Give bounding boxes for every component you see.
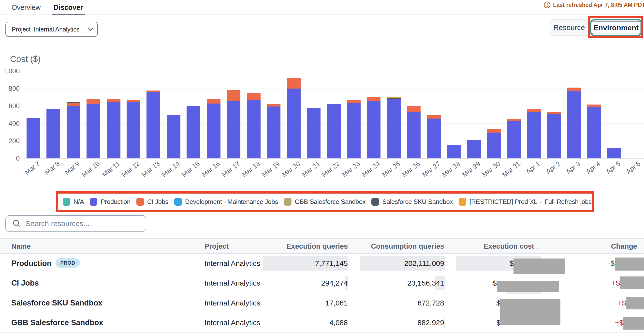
bar-segment-production[interactable] (467, 140, 481, 158)
bar-segment-production[interactable] (507, 121, 521, 158)
bar-segment-production[interactable] (126, 102, 140, 158)
refresh-status: Last refreshed Apr 7, 8:05 AM PDT (544, 1, 644, 9)
bar-segment-production[interactable] (107, 102, 120, 158)
bar-segment-ci-jobs[interactable] (567, 88, 581, 91)
bar-segment-production[interactable] (567, 91, 581, 158)
resource-name-label: Production (11, 259, 52, 268)
bar-segment-ci-jobs[interactable] (367, 97, 380, 101)
bar-segment-production[interactable] (427, 119, 441, 158)
bar-segment-production[interactable] (527, 112, 541, 158)
x-axis-tick-label: Mar 9 (63, 160, 81, 176)
bar-segment-ci-jobs[interactable] (126, 100, 140, 102)
bar-segment-production[interactable] (347, 103, 360, 158)
column-header-project[interactable]: Project (204, 239, 228, 254)
bar-segment-ci-jobs[interactable] (527, 109, 541, 112)
legend-item[interactable]: Salesforce SKU Sandbox (372, 198, 453, 206)
resource-name[interactable]: Salesforce SKU Sandbox (11, 298, 102, 308)
tabbar-border (0, 15, 644, 15)
bar-segment-production[interactable] (207, 104, 220, 158)
bar-segment-ci-jobs[interactable] (247, 93, 260, 100)
bar-segment-production[interactable] (86, 104, 100, 158)
legend-swatch (284, 198, 292, 206)
bar-segment-ci-jobs[interactable] (86, 99, 100, 104)
bar-segment-ci-jobs[interactable] (547, 112, 561, 114)
bar-segment-production[interactable] (607, 148, 621, 158)
project-filter-dropdown[interactable]: Project Internal Analytics (6, 22, 98, 37)
chevron-down-icon (88, 28, 94, 31)
bar-segment-ci-jobs[interactable] (287, 78, 300, 89)
bar-segment-gbb-salesforce-sandbox[interactable] (487, 129, 501, 129)
bar-segment-production[interactable] (487, 133, 501, 158)
search-resources-input[interactable] (26, 219, 134, 228)
legend-item[interactable]: Development - Maintenance Jobs (174, 198, 278, 206)
legend-swatch (174, 198, 182, 206)
bar-segment-ci-jobs[interactable] (267, 104, 280, 107)
bar-segment-gbb-salesforce-sandbox[interactable] (567, 88, 581, 88)
x-axis-tick-label: Apr 6 (624, 160, 642, 176)
column-header-change[interactable]: Change (611, 239, 637, 254)
bar-segment-production[interactable] (547, 114, 561, 158)
x-axis-tick-label: Mar 25 (381, 160, 402, 179)
toggle-resource-button[interactable]: Resource (550, 20, 588, 36)
bar-segment-ci-jobs[interactable] (407, 106, 420, 112)
bar-segment-production[interactable] (66, 106, 80, 158)
bar-segment-production[interactable] (227, 101, 240, 158)
resource-name-label: Salesforce SKU Sandbox (11, 298, 102, 307)
column-header-execution-cost[interactable]: Execution cost ↓ (484, 239, 540, 254)
bar-segment--restricted-prod-xl-full-refresh-jobs[interactable] (387, 97, 401, 98)
search-resources-box (6, 215, 146, 232)
resource-name-label: CI Jobs (11, 279, 39, 287)
bar-segment-production[interactable] (447, 145, 461, 158)
legend-label: Salesforce SKU Sandbox (382, 198, 453, 206)
legend-item[interactable]: [RESTRICTED] Prod XL -- Full-Refresh job… (459, 198, 592, 206)
column-header-name[interactable]: Name (11, 239, 31, 254)
resource-name[interactable]: ProductionPROD (11, 258, 80, 268)
bar-segment-ci-jobs[interactable] (427, 115, 441, 119)
bar-segment-ci-jobs[interactable] (387, 99, 401, 99)
bar-segment-production[interactable] (267, 107, 280, 158)
legend-item[interactable]: N/A (63, 198, 84, 206)
bar-segment-ci-jobs[interactable] (107, 99, 120, 102)
bar-segment-gbb-salesforce-sandbox[interactable] (427, 115, 441, 115)
bar-segment-production[interactable] (247, 100, 260, 158)
legend-item[interactable]: CI Jobs (136, 198, 168, 206)
bar-segment-production[interactable] (587, 107, 601, 158)
bar-segment-production[interactable] (387, 99, 401, 158)
bar-segment-production[interactable] (186, 106, 200, 158)
bar-segment-ci-jobs[interactable] (507, 119, 521, 121)
bar-segment-production[interactable] (146, 92, 160, 158)
bar-segment-ci-jobs[interactable] (587, 105, 601, 107)
bar-segment-production[interactable] (307, 108, 320, 158)
bar-segment-production[interactable] (46, 109, 60, 158)
bar-segment--restricted-prod-xl-full-refresh-jobs[interactable] (267, 104, 280, 104)
bar-segment-production[interactable] (327, 104, 341, 158)
bar-segment-ci-jobs[interactable] (347, 100, 360, 103)
legend-item[interactable]: Production (90, 198, 130, 206)
bar-segment-gbb-salesforce-sandbox[interactable] (507, 119, 521, 119)
bar-segment-production[interactable] (367, 101, 380, 158)
column-header-execution-queries[interactable]: Execution queries (286, 239, 348, 254)
bar-segment-gbb-salesforce-sandbox[interactable] (367, 97, 380, 97)
bar-segment-ci-jobs[interactable] (227, 90, 240, 101)
legend-item[interactable]: GBB Salesforce Sandbox (284, 198, 366, 206)
bar-segment-production[interactable] (167, 115, 180, 158)
consumption-queries-value: 672,728 (418, 298, 444, 308)
bar-segment-ci-jobs[interactable] (207, 99, 220, 104)
resource-name[interactable]: CI Jobs (11, 278, 39, 288)
column-header-consumption-queries[interactable]: Consumption queries (371, 239, 444, 254)
bar-segment-production[interactable] (287, 89, 300, 158)
tab-discover[interactable]: Discover (52, 2, 85, 13)
bar-segment-ci-jobs[interactable] (487, 129, 501, 133)
toggle-environment-button[interactable]: Environment (592, 21, 640, 34)
bar-segment-salesforce-sku-sandbox[interactable] (387, 98, 401, 99)
bar-segment-production[interactable] (26, 118, 40, 158)
bar-segment-gbb-salesforce-sandbox[interactable] (347, 100, 360, 100)
bar-segment-ci-jobs[interactable] (146, 91, 160, 92)
bar-segment-ci-jobs[interactable] (66, 103, 80, 106)
execution-queries-value: 7,771,145 (315, 258, 348, 268)
resource-name[interactable]: GBB Salesforce Sandbox (11, 318, 103, 328)
tab-overview[interactable]: Overview (8, 2, 44, 13)
bar-segment-production[interactable] (407, 112, 420, 158)
bar-segment-salesforce-sku-sandbox[interactable] (66, 102, 80, 103)
bar-segment-salesforce-sku-sandbox[interactable] (86, 99, 100, 99)
